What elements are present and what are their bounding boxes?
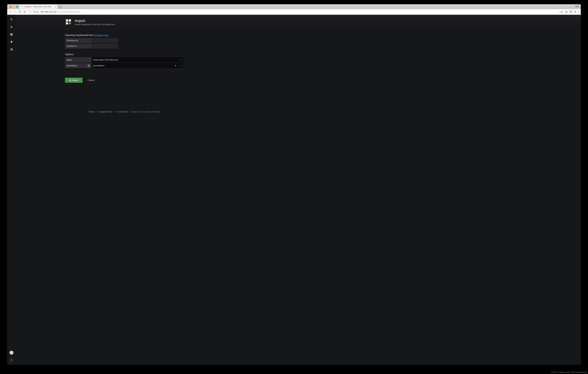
- svg-point-7: [578, 12, 579, 13]
- support-icon: [97, 111, 100, 113]
- info-icon: [29, 11, 31, 13]
- grafana-favicon-icon: [21, 6, 23, 8]
- svg-point-20: [98, 111, 99, 112]
- browser-window: Grafana - Kubernetes Pod Res… × 陈磊: [7, 4, 581, 365]
- browser-toolbar: 不安全 192.168.115.210:32712/dashboard/impo…: [7, 9, 581, 15]
- cancel-button[interactable]: Cancel: [87, 78, 95, 83]
- configuration-icon[interactable]: [9, 47, 14, 52]
- toolbar-icons: S: [560, 11, 579, 13]
- grafana-logo-icon[interactable]: [9, 17, 14, 22]
- browser-tab[interactable]: Grafana - Kubernetes Pod Res… ×: [20, 5, 57, 9]
- updated-on-label: Updated on: [65, 44, 92, 49]
- page-header: Import Import dashboard from file or Gra…: [16, 15, 581, 29]
- reload-button[interactable]: [19, 11, 21, 13]
- svg-point-5: [578, 11, 579, 11]
- page-title: Import: [75, 19, 115, 23]
- save-icon: [69, 79, 71, 81]
- sidebar: [7, 15, 16, 365]
- back-button[interactable]: [9, 11, 11, 13]
- name-row: Name: [65, 57, 183, 62]
- chrome-profile-label[interactable]: 陈磊: [575, 5, 579, 8]
- user-avatar[interactable]: [9, 350, 14, 355]
- tab-strip: Grafana - Kubernetes Pod Res… × 陈磊: [7, 4, 581, 9]
- grafana-app: Import Import dashboard from file or Gra…: [7, 15, 581, 365]
- datasource-select[interactable]: prometheus ▼: [92, 63, 178, 68]
- updated-on-row: Updated on: [65, 44, 183, 49]
- datasource-valid-icon: [178, 63, 183, 68]
- key-icon[interactable]: [560, 11, 563, 13]
- book-icon: [88, 111, 90, 113]
- address-bar[interactable]: 不安全 192.168.115.210:32712/dashboard/impo…: [28, 10, 558, 14]
- datasource-row: prometheus i prometheus ▼: [65, 63, 183, 68]
- window-controls: [9, 6, 20, 9]
- svg-rect-17: [70, 80, 71, 80]
- name-valid-icon: [178, 57, 183, 62]
- version-label: Grafana v5.0.4 (commit: 7dc36ae): [130, 111, 160, 113]
- help-icon[interactable]: [9, 358, 14, 363]
- chevron-down-icon: ▼: [175, 65, 177, 67]
- svg-point-13: [11, 361, 12, 361]
- cancel-button-label: Cancel: [88, 79, 94, 81]
- forward-button: [14, 11, 16, 13]
- importing-heading: Importing Dashboard from Grafana.com: [65, 34, 183, 36]
- svg-rect-16: [66, 22, 68, 24]
- name-label: Name: [65, 57, 92, 62]
- svg-rect-14: [66, 19, 68, 22]
- home-button[interactable]: [23, 11, 26, 13]
- window-close-dot[interactable]: [10, 6, 11, 8]
- datasource-select-value: prometheus: [93, 64, 105, 67]
- published-by-row: Published by: [65, 38, 183, 43]
- svg-rect-18: [70, 80, 71, 81]
- svg-rect-10: [10, 35, 11, 36]
- svg-rect-15: [69, 19, 71, 22]
- main-content: Import Import dashboard from file or Gra…: [16, 15, 581, 365]
- published-by-label: Published by: [65, 38, 92, 43]
- name-input[interactable]: [92, 57, 178, 62]
- name-input-wrap: [92, 57, 178, 62]
- svg-point-4: [561, 11, 562, 12]
- svg-rect-8: [10, 33, 11, 34]
- docs-link[interactable]: Docs: [90, 111, 94, 113]
- svg-rect-11: [12, 35, 13, 36]
- browser-tab-title: Grafana - Kubernetes Pod Res…: [24, 6, 53, 8]
- extension-icon[interactable]: S: [570, 11, 572, 13]
- svg-point-0: [21, 6, 23, 8]
- info-tooltip-icon[interactable]: i: [88, 64, 90, 67]
- import-large-icon: [65, 19, 72, 26]
- menu-icon[interactable]: [578, 11, 579, 13]
- star-icon[interactable]: [565, 11, 568, 13]
- alerting-icon[interactable]: [9, 40, 14, 44]
- window-zoom-dot[interactable]: [16, 6, 18, 8]
- import-button[interactable]: Import: [65, 78, 83, 83]
- svg-point-6: [578, 11, 579, 12]
- footer-links: Docs | Support Plans | Community | Grafa…: [65, 111, 183, 113]
- watermark: https://blog.csdn.net/chenleiking: [551, 371, 587, 373]
- datasource-label: prometheus i: [65, 63, 92, 68]
- dashboards-icon[interactable]: [9, 32, 14, 37]
- url-text: 192.168.115.210:32712/dashboard/import: [40, 11, 80, 13]
- insecure-label: 不安全: [33, 10, 39, 13]
- shield-icon[interactable]: [574, 11, 577, 13]
- nav-arrow-group: [9, 11, 26, 13]
- community-icon: [115, 111, 118, 113]
- page-subtitle: Import dashboard from file or Grafana.co…: [75, 23, 115, 26]
- community-link[interactable]: Community: [118, 111, 128, 113]
- support-link[interactable]: Support Plans: [100, 111, 112, 113]
- published-by-value: [92, 38, 118, 43]
- options-heading: Options: [65, 53, 183, 56]
- grafana-com-link[interactable]: Grafana.com: [94, 34, 108, 36]
- updated-on-value: [92, 44, 118, 49]
- svg-rect-9: [12, 33, 13, 34]
- import-button-label: Import: [72, 79, 78, 81]
- close-tab-icon[interactable]: ×: [55, 6, 56, 8]
- create-icon[interactable]: [9, 25, 14, 29]
- window-minimize-dot[interactable]: [13, 6, 15, 8]
- new-tab-button[interactable]: [58, 5, 62, 8]
